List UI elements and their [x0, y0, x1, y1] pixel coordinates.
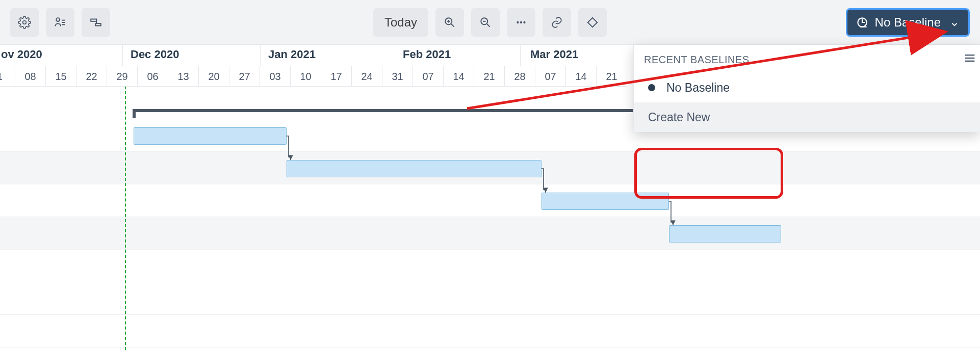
svg-point-16 — [523, 21, 525, 23]
settings-button[interactable] — [10, 8, 39, 37]
baseline-dropdown: RECENT BASELINES No Baseline Create New — [633, 45, 980, 132]
day-cell: 14 — [444, 66, 474, 87]
dropdown-item-no-baseline[interactable]: No Baseline — [634, 73, 980, 102]
day-cell: 07 — [413, 66, 444, 87]
svg-point-15 — [520, 21, 522, 23]
dropdown-section-label: RECENT BASELINES — [634, 45, 980, 73]
dependencies-button[interactable] — [82, 8, 110, 37]
svg-rect-17 — [588, 17, 597, 26]
svg-point-1 — [56, 18, 60, 21]
gantt-row — [0, 217, 980, 250]
gantt-row — [0, 315, 980, 347]
day-cell: 22 — [76, 66, 107, 87]
today-label: Today — [384, 15, 417, 30]
day-cell: 03 — [260, 66, 291, 87]
toolbar-left-group — [10, 8, 110, 37]
dropdown-item-label: Create New — [648, 111, 710, 124]
link-button[interactable] — [543, 8, 571, 37]
chevron-down-icon — [950, 18, 959, 27]
zoom-out-button[interactable] — [471, 8, 500, 37]
day-cell: 15 — [46, 66, 76, 87]
svg-rect-6 — [95, 23, 101, 25]
svg-point-14 — [517, 21, 519, 23]
task-bar[interactable] — [134, 127, 287, 145]
day-cell: 21 — [597, 66, 627, 87]
zoom-out-icon — [479, 16, 492, 29]
day-cell: 17 — [321, 66, 352, 87]
day-cell: 07 — [535, 66, 566, 87]
link-icon — [550, 16, 563, 29]
day-cell: 21 — [474, 66, 505, 87]
toolbar-right-group: No Baseline — [846, 8, 970, 37]
toolbar-center-group: Today — [373, 8, 607, 37]
selected-bullet-icon — [648, 84, 655, 91]
month-label: Feb 2021 — [403, 48, 451, 61]
day-cell: 27 — [229, 66, 260, 87]
day-cell: 28 — [505, 66, 535, 87]
gantt-row — [0, 282, 980, 315]
gantt-row — [0, 250, 980, 282]
dropdown-item-label: No Baseline — [666, 81, 730, 95]
resources-button[interactable] — [46, 8, 74, 37]
baseline-dropdown-button[interactable]: No Baseline — [846, 8, 970, 37]
svg-line-8 — [451, 24, 454, 26]
dropdown-item-create-new[interactable]: Create New — [634, 102, 980, 132]
zoom-in-icon — [443, 16, 456, 29]
gear-icon — [18, 16, 31, 29]
person-list-icon — [54, 16, 67, 29]
day-cell: 29 — [107, 66, 138, 87]
toolbar: Today — [0, 0, 980, 45]
diamond-icon — [586, 16, 599, 29]
day-cell: 20 — [199, 66, 229, 87]
task-bar[interactable] — [287, 160, 541, 177]
month-label: Dec 2020 — [131, 48, 179, 61]
day-cell: 13 — [168, 66, 199, 87]
more-button[interactable] — [507, 8, 535, 37]
task-bar[interactable] — [541, 193, 669, 210]
today-button[interactable]: Today — [373, 8, 428, 37]
svg-line-12 — [487, 24, 489, 26]
zoom-in-button[interactable] — [435, 8, 464, 37]
more-horizontal-icon — [514, 16, 528, 29]
svg-point-0 — [23, 20, 27, 24]
day-cell: 24 — [352, 66, 382, 87]
task-bar[interactable] — [669, 225, 781, 243]
baseline-button-label: No Baseline — [875, 15, 941, 30]
milestone-button[interactable] — [578, 8, 607, 37]
today-marker-line — [125, 87, 126, 350]
svg-rect-5 — [91, 19, 96, 21]
gantt-row — [0, 184, 980, 217]
gantt-bars-icon — [89, 16, 102, 29]
month-label: Jan 2021 — [268, 48, 316, 61]
day-cell: 14 — [566, 66, 597, 87]
month-label: Mar 2021 — [530, 48, 578, 61]
day-cell: 1 — [0, 66, 15, 87]
baseline-icon — [856, 16, 869, 29]
day-cell: 08 — [15, 66, 46, 87]
day-cell: 10 — [291, 66, 321, 87]
day-cell: 31 — [382, 66, 413, 87]
day-cell: 06 — [138, 66, 168, 87]
month-label: ov 2020 — [1, 48, 42, 61]
panel-menu-button[interactable] — [963, 51, 977, 67]
